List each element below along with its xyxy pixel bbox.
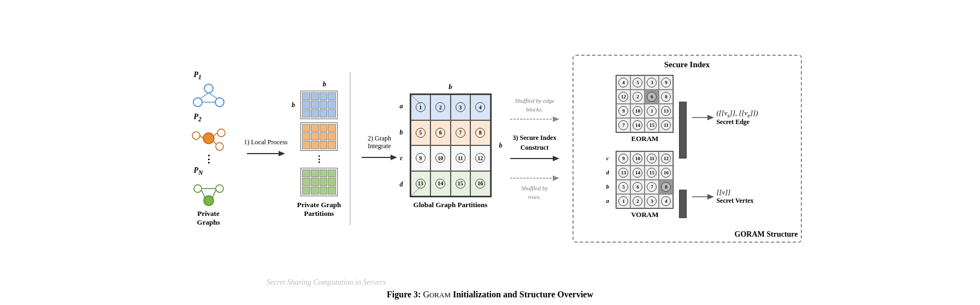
global-partitions-label: Global Graph Partitions bbox=[414, 201, 488, 209]
blue-cell bbox=[320, 92, 328, 101]
eoram-cell: 8 bbox=[659, 90, 673, 104]
voram-grid: 9 10 11 12 13 14 15 16 5 6 7 bbox=[616, 151, 674, 209]
eoram-cell: 9 bbox=[616, 104, 630, 118]
orams-column: 4 5 3 9 12 2 6 8 9 10 1 bbox=[616, 75, 674, 219]
voram-row-d: d bbox=[606, 165, 611, 179]
global-cell-4: 4 bbox=[470, 95, 491, 120]
voram-row-labels: c d b a bbox=[606, 151, 611, 208]
blue-cell bbox=[302, 101, 310, 109]
svg-point-14 bbox=[194, 185, 202, 192]
shuffled-edge-label2: blocks. bbox=[526, 105, 543, 113]
secure-index-construct-label2: Construct bbox=[521, 144, 548, 152]
orange-cell bbox=[320, 132, 328, 140]
p2-graph-group: P2 bbox=[190, 113, 228, 152]
arrow1-svg bbox=[247, 148, 285, 159]
partitions-b-label: b bbox=[323, 80, 327, 89]
green-grid-wrapper bbox=[300, 168, 338, 196]
voram-label: VORAM bbox=[631, 210, 658, 219]
p2-graph-svg bbox=[190, 125, 228, 152]
voram-cell: 13 bbox=[616, 166, 630, 180]
orange-cell bbox=[302, 141, 310, 149]
goram-structure-label: GORAM Structure bbox=[735, 230, 798, 239]
diagram-area: P1 P2 bbox=[16, 11, 964, 286]
blue-cell bbox=[328, 109, 336, 118]
green-cell bbox=[302, 169, 310, 178]
arrow2-svg bbox=[362, 152, 397, 163]
svg-marker-26 bbox=[553, 116, 559, 122]
dots-between-graphs: ⋮ bbox=[204, 154, 214, 164]
blue-cell bbox=[311, 101, 319, 109]
goram-small-caps: GORAM bbox=[423, 290, 453, 299]
figure-caption: Figure 3: GORAM Initialization and Struc… bbox=[387, 290, 593, 300]
voram-cell: 4 bbox=[659, 194, 673, 208]
voram-row-a: a bbox=[606, 193, 611, 208]
voram-cell: 6 bbox=[630, 180, 645, 194]
eoram-cell: 7 bbox=[616, 118, 630, 132]
private-graphs-label: Private Graphs bbox=[197, 209, 220, 227]
orange-cell bbox=[328, 124, 336, 132]
global-grid-container: b a b c d 1 2 3 4 5 6 7 8 bbox=[410, 93, 492, 197]
green-mini-grid bbox=[300, 168, 338, 196]
orange-cell bbox=[328, 132, 336, 140]
svg-marker-22 bbox=[391, 155, 397, 160]
secret-edge-text: Secret Edge bbox=[716, 118, 758, 126]
row-label-a: a bbox=[400, 93, 405, 120]
private-graphs-section: P1 P2 bbox=[179, 71, 239, 227]
secret-edge-formula: ([[vs]], [[ve]]) bbox=[716, 109, 758, 119]
eoram-cell: 11 bbox=[659, 118, 673, 132]
eoram-cell: 15 bbox=[645, 118, 659, 132]
voram-cell: 11 bbox=[645, 151, 659, 166]
blue-mini-grid bbox=[300, 91, 338, 119]
global-cell-15: 15 bbox=[451, 171, 471, 197]
orange-cell bbox=[328, 141, 336, 149]
shuffled-edge-label: Shuffled by edge bbox=[515, 97, 554, 104]
global-cell-3: 3 bbox=[451, 95, 471, 120]
voram-cell: 5 bbox=[616, 180, 630, 194]
secret-sharing-label: Secret Sharing Computation in Servers bbox=[267, 278, 386, 287]
global-cell-10: 10 bbox=[430, 145, 451, 171]
global-cell-12: 12 bbox=[470, 145, 491, 171]
eoram-cell: 5 bbox=[630, 75, 645, 90]
green-cell bbox=[328, 169, 336, 178]
p1-graph-svg bbox=[190, 83, 228, 110]
shuffled-rows-label: Shuffled by bbox=[521, 184, 548, 192]
arrow1-label: 1) Local Process bbox=[244, 138, 288, 146]
svg-point-6 bbox=[203, 133, 214, 144]
svg-line-10 bbox=[200, 136, 203, 138]
figure-label: Figure 3: bbox=[387, 290, 421, 299]
svg-line-17 bbox=[212, 190, 216, 197]
green-cell bbox=[320, 178, 328, 186]
voram-cell: 15 bbox=[645, 166, 659, 180]
eoram-wrapper: 4 5 3 9 12 2 6 8 9 10 1 bbox=[616, 75, 674, 143]
orange-cell bbox=[320, 141, 328, 149]
global-partitions-section: b a b c d 1 2 3 4 5 6 7 8 bbox=[404, 88, 497, 209]
svg-point-13 bbox=[204, 196, 214, 206]
green-cell bbox=[328, 178, 336, 186]
eoram-label: EORAM bbox=[631, 134, 658, 143]
middle-arrows-section: Shuffled by edge blocks. 3) Secure Index… bbox=[499, 97, 570, 201]
svg-marker-28 bbox=[553, 156, 559, 161]
voram-stash-bar bbox=[679, 190, 687, 218]
orange-cell bbox=[320, 124, 328, 132]
green-cell bbox=[311, 169, 319, 178]
eoram-grid: 4 5 3 9 12 2 6 8 9 10 1 bbox=[616, 75, 674, 133]
global-cell-7: 7 bbox=[451, 120, 471, 146]
b-label-above-global: b bbox=[448, 83, 452, 91]
green-cell bbox=[320, 169, 328, 178]
divider-line bbox=[350, 72, 351, 225]
middle-arrow-svg bbox=[510, 154, 559, 163]
voram-cell: 16 bbox=[659, 166, 673, 180]
partitions-label: Private Graph Partitions bbox=[297, 201, 341, 218]
blue-cell bbox=[311, 109, 319, 118]
top-shuffled-arrow-svg bbox=[510, 114, 559, 124]
eoram-cell: 1 bbox=[645, 104, 659, 118]
eoram-stash bbox=[679, 102, 687, 159]
blue-cell bbox=[311, 92, 319, 101]
voram-cell: 2 bbox=[630, 194, 645, 208]
secret-vertex-label-group: [[v]] Secret Vertex bbox=[716, 188, 753, 205]
voram-row-c: c bbox=[606, 151, 611, 165]
blue-cell bbox=[320, 109, 328, 118]
svg-marker-34 bbox=[707, 194, 714, 200]
orange-cell bbox=[302, 124, 310, 132]
svg-point-15 bbox=[216, 185, 223, 192]
